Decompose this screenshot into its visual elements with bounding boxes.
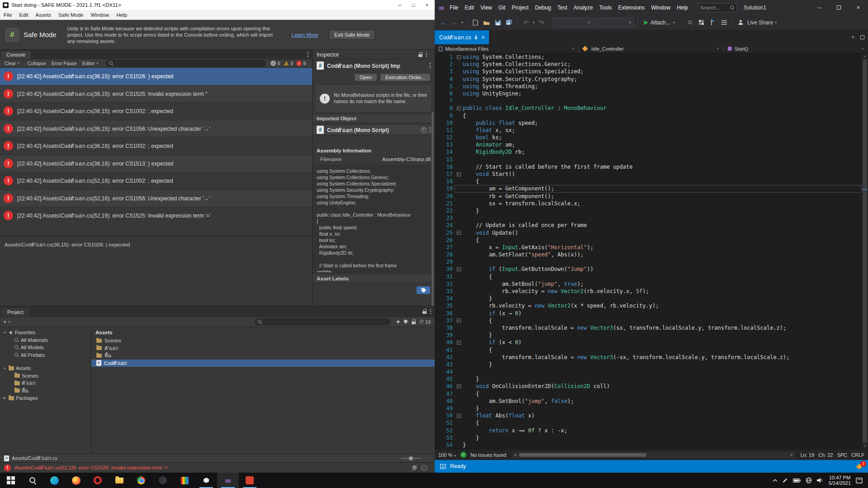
class-dropdown[interactable]: Idle_Controller ▼	[579, 44, 723, 53]
menu-item[interactable]: Help	[674, 0, 691, 15]
scroll-right-icon[interactable]: ▶	[789, 452, 795, 458]
new-window-icon[interactable]	[860, 35, 864, 39]
code-line[interactable]: 27 x = Input.GetAxis("Horizontal");	[435, 244, 868, 251]
code-line[interactable]: 51 {	[435, 419, 868, 426]
live-share-person-icon[interactable]	[736, 18, 746, 28]
code-line[interactable]: 16 // Start is called before the first f…	[435, 163, 868, 171]
code-line[interactable]: 47 {	[435, 390, 868, 398]
minimize-button[interactable]: ─	[810, 0, 829, 15]
start-button[interactable]	[0, 473, 22, 488]
project-tree-item[interactable]: All Models	[0, 344, 91, 351]
close-tab-icon[interactable]: ×	[481, 34, 484, 41]
tab-list-dropdown-icon[interactable]: ▼	[851, 35, 855, 39]
solution-explorer-icon[interactable]	[697, 18, 707, 28]
unity-icon[interactable]	[195, 473, 217, 488]
project-tree-item[interactable]: พื้น	[0, 387, 91, 395]
error-count-icon[interactable]: !	[296, 61, 302, 66]
code-line[interactable]: 3using System.Collections.Specialized;	[435, 68, 868, 75]
chevron-down-icon[interactable]: ▼	[461, 21, 464, 24]
menu-item[interactable]: View	[477, 0, 495, 15]
code-line[interactable]: 15	[435, 156, 868, 163]
background-tasks-icon[interactable]	[440, 464, 446, 469]
asset-item[interactable]: ตัวเอก	[91, 345, 435, 352]
battery-icon[interactable]	[793, 479, 801, 483]
menu-item[interactable]: Assets	[32, 10, 55, 19]
console-error-row[interactable]: ![22:40:42] Assets\Codตัวเอก.cs(36,15): …	[0, 120, 312, 138]
project-dropdown[interactable]: Miscellaneous Files ▼	[435, 44, 579, 53]
code-line[interactable]: 4using System.Security.Cryptography;	[435, 76, 868, 83]
menu-item[interactable]: Window	[648, 0, 674, 15]
create-asset-button[interactable]: +▼	[3, 318, 11, 325]
menu-item[interactable]: File	[0, 10, 16, 19]
clock[interactable]: 10:47 PM 5/14/2021	[829, 475, 851, 486]
fold-collapse-icon[interactable]: −	[457, 55, 461, 59]
console-error-row[interactable]: ![22:40:42] Assets\Codตัวเอก.cs(36,15): …	[0, 103, 312, 120]
progress-check-icon[interactable]: ✓	[421, 465, 427, 471]
code-line[interactable]: 42 transform.localScale = new Vector3(-s…	[435, 354, 868, 361]
code-line[interactable]: 38 transform.localScale = new Vector3(sx…	[435, 324, 868, 332]
method-dropdown[interactable]: Start() ▼	[724, 44, 868, 53]
chrome-icon[interactable]	[130, 473, 152, 488]
code-line[interactable]: 8−public class Idle_Controller : MonoBeh…	[435, 104, 868, 112]
learn-more-link[interactable]: Learn More	[292, 32, 318, 38]
code-line[interactable]: 40− if (x < 0)	[435, 339, 868, 346]
vs-titlebar[interactable]: ∞ FileEditViewGitProjectDebugTestAnalyze…	[435, 0, 868, 15]
fold-collapse-icon[interactable]: −	[457, 106, 461, 110]
asset-item[interactable]: Scenes	[91, 337, 435, 345]
info-count-icon[interactable]: !	[270, 61, 276, 66]
menu-item[interactable]: File	[446, 0, 461, 15]
code-line[interactable]: 49 }	[435, 405, 868, 412]
console-error-row[interactable]: ![22:40:42] Assets\Codตัวเอก.cs(52,19): …	[0, 207, 312, 225]
code-line[interactable]: 18 {	[435, 178, 868, 185]
navigate-forward-button[interactable]: →	[450, 18, 460, 28]
navigate-backward-button[interactable]: ←	[438, 18, 448, 28]
console-error-row[interactable]: ![22:40:42] Assets\Codตัวเอก.cs(36,18): …	[0, 155, 312, 173]
project-tree-item[interactable]: All Prefabs	[0, 351, 91, 359]
opera-icon[interactable]	[87, 473, 109, 488]
project-tree-item[interactable]: All Materials	[0, 336, 91, 344]
dark-app-icon[interactable]	[152, 473, 174, 488]
code-line[interactable]: 43 }	[435, 361, 868, 368]
maximize-button[interactable]	[829, 0, 849, 15]
menu-item[interactable]: Project	[508, 0, 531, 15]
code-line[interactable]: 21 sx = transform.localScale.x;	[435, 200, 868, 207]
code-line[interactable]: 54}	[435, 441, 868, 449]
code-line[interactable]: 53 }	[435, 434, 868, 441]
asset-item[interactable]: #Codตัวเอก	[91, 360, 435, 367]
code-line[interactable]: 14 Rigidbody2D rb;	[435, 148, 868, 156]
console-error-row[interactable]: ![22:40:42] Assets\Codตัวเอก.cs(36,15): …	[0, 68, 312, 85]
disclosure-triangle[interactable]: ▶	[3, 396, 7, 400]
code-line[interactable]: 46− void OnCollisionEnter2D(Collision2D …	[435, 383, 868, 390]
disclosure-triangle[interactable]: ▼	[3, 331, 7, 334]
tab-console[interactable]: Console	[1, 51, 31, 59]
scroll-down-icon[interactable]: ▼	[862, 444, 868, 449]
task-list-icon[interactable]	[719, 18, 729, 28]
project-tree-item[interactable]: Scenes	[0, 372, 91, 380]
unity-statusbar[interactable]: ! Assets\Codตัวเอก.cs(52,19): error CS15…	[0, 462, 435, 473]
tab-code-file[interactable]: Codตัวเอก.cs ×	[435, 30, 489, 44]
kebab-menu-icon[interactable]	[308, 52, 309, 57]
asset-label-button[interactable]	[417, 286, 430, 294]
file-explorer-icon[interactable]	[109, 473, 130, 488]
code-line[interactable]: 5using System.Threading;	[435, 83, 868, 90]
menu-item[interactable]: Git	[495, 0, 508, 15]
thumbnail-size-slider[interactable]	[401, 458, 422, 459]
code-line[interactable]: 13 Animator am;	[435, 141, 868, 148]
code-line[interactable]: 10 public float speed;	[435, 119, 868, 127]
disclosure-triangle[interactable]: ▼	[3, 367, 7, 370]
lock-icon[interactable]	[412, 319, 416, 324]
fold-collapse-icon[interactable]: −	[457, 267, 461, 271]
redo-button[interactable]: ↷	[536, 18, 546, 28]
configuration-dropdown[interactable]: ▼	[553, 18, 593, 28]
asset-item[interactable]: พื้น	[91, 352, 435, 360]
code-line[interactable]: 34 }	[435, 295, 868, 302]
editor-dropdown[interactable]: Editor▼	[80, 61, 101, 66]
new-file-button[interactable]	[470, 18, 480, 28]
code-line[interactable]: 50− float Abs(float x)	[435, 412, 868, 419]
issues-status[interactable]: No issues found	[470, 452, 506, 458]
kebab-menu-icon[interactable]	[426, 52, 427, 57]
code-line[interactable]: 39 }	[435, 332, 868, 339]
help-icon[interactable]: ?	[421, 127, 427, 133]
code-line[interactable]: 6using UnityEngine;	[435, 90, 868, 97]
code-line[interactable]: 35 rb.velocity = new Vector2(x * speed, …	[435, 302, 868, 309]
